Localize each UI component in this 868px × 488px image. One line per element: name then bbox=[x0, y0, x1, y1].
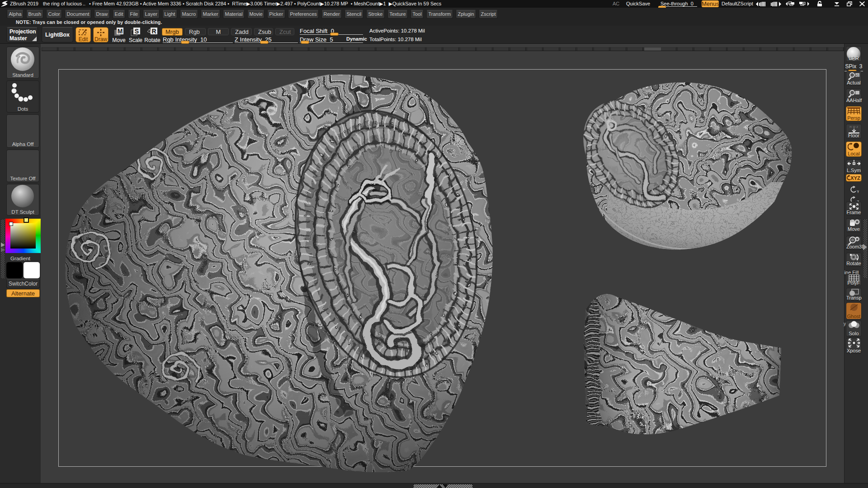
svg-text:S: S bbox=[135, 28, 139, 35]
svg-text:x1: x1 bbox=[855, 74, 859, 77]
svg-text:M: M bbox=[118, 28, 123, 35]
svg-text:Y: Y bbox=[857, 189, 859, 194]
svg-text:XYZ: XYZ bbox=[850, 175, 860, 181]
svg-text:R: R bbox=[151, 28, 156, 35]
